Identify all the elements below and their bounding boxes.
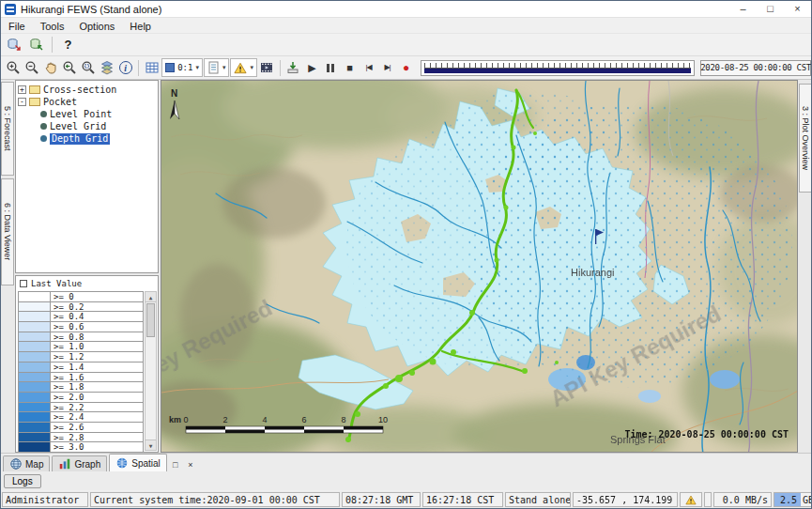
film-icon — [259, 60, 274, 75]
step-begin-button[interactable]: |◀ — [360, 58, 377, 78]
close-panel-button[interactable]: × — [184, 457, 197, 471]
scalebar-tick: 4 — [262, 415, 267, 424]
play-button[interactable]: ▶ — [303, 58, 321, 78]
tab-data-viewer[interactable]: 6 : Data Viewer — [1, 178, 14, 285]
status-warning-cell[interactable] — [680, 492, 702, 507]
expand-icon[interactable]: + — [18, 85, 26, 94]
menu-options[interactable]: Options — [71, 21, 122, 32]
layers-button[interactable] — [98, 58, 115, 78]
map-viewport: API Key Required API Key Required Hikura… — [161, 80, 798, 453]
scalebar-tick: 2 — [222, 415, 227, 424]
legend-label: >= 3.0 — [51, 442, 84, 452]
last-value-checkbox[interactable] — [20, 280, 27, 287]
database-export-button[interactable] — [26, 35, 46, 54]
zoom-out-button[interactable] — [23, 58, 40, 78]
left-tab-strip: 5 : Forecast 6 : Data Viewer — [1, 80, 15, 453]
help-button[interactable]: ? — [58, 35, 78, 54]
scroll-down-icon[interactable]: ▼ — [146, 440, 156, 450]
tab-graph[interactable]: Graph — [52, 455, 107, 471]
scalebar-unit: km — [169, 415, 181, 424]
legend-label: >= 1.0 — [51, 342, 84, 351]
legend-label: >= 2.4 — [51, 412, 84, 422]
menu-tools[interactable]: Tools — [33, 21, 72, 32]
database-import-button[interactable] — [4, 35, 23, 54]
export-timeseries-button[interactable] — [284, 58, 302, 78]
help-icon: ? — [65, 39, 72, 51]
legend-swatch — [19, 403, 51, 412]
grid-display-button[interactable] — [143, 58, 161, 78]
zoom-previous-button[interactable] — [60, 58, 78, 78]
legend-swatch — [19, 292, 51, 301]
grid-scale-combo[interactable]: 0:1 ▾ — [161, 58, 203, 77]
tab-forecast[interactable]: 5 : Forecast — [1, 82, 14, 176]
step-end-button[interactable]: ▶| — [378, 58, 396, 78]
pan-button[interactable] — [41, 58, 59, 78]
app-window: Hikurangi FEWS (Stand alone) – □ × File … — [0, 0, 812, 509]
tab-graph-label: Graph — [74, 459, 100, 470]
tree-item-level-point[interactable]: Level Point — [18, 108, 156, 120]
classification-combo[interactable]: ▾ — [204, 58, 230, 77]
toolbar-separator — [280, 60, 281, 76]
logs-row: Logs — [1, 471, 811, 490]
scrollbar-thumb[interactable] — [146, 303, 155, 337]
stop-button[interactable]: ■ — [341, 58, 359, 78]
tree-item-label: Depth Grid — [50, 133, 110, 145]
tab-plot-overview[interactable]: 3 : Plot Overview — [799, 84, 812, 193]
step-begin-icon: |◀ — [365, 64, 371, 71]
warning-icon — [685, 495, 697, 505]
map-canvas[interactable]: API Key Required API Key Required Hikura… — [161, 81, 798, 453]
legend-swatch — [19, 302, 51, 312]
status-mode: Stand alone — [505, 492, 571, 507]
minimize-button[interactable]: – — [729, 1, 757, 17]
tree-item-label: Pocket — [43, 97, 77, 108]
pause-button[interactable] — [322, 58, 340, 78]
tree-item-cross-section[interactable]: + Cross-section — [18, 84, 156, 96]
tree-item-label: Level Grid — [50, 121, 106, 132]
threshold-combo[interactable]: ▾ — [230, 58, 257, 77]
legend-row: >= 1.4 — [18, 362, 144, 373]
collapse-icon[interactable]: - — [18, 98, 26, 106]
menu-file[interactable]: File — [1, 21, 33, 32]
legend-swatch — [19, 362, 51, 372]
close-button[interactable]: × — [784, 1, 811, 17]
logs-button[interactable]: Logs — [4, 474, 41, 488]
zoom-region-icon — [81, 60, 96, 75]
layer-bullet-icon — [40, 123, 47, 130]
tree-item-level-grid[interactable]: Level Grid — [18, 120, 156, 132]
legend-row: >= 2.0 — [18, 393, 144, 403]
zoom-in-button[interactable] — [4, 58, 22, 78]
zoom-previous-icon — [62, 60, 77, 75]
database-import-icon — [7, 38, 22, 53]
timeline-range-band[interactable] — [424, 69, 691, 73]
window-title: Hikurangi FEWS (Stand alone) — [21, 4, 161, 15]
legend-scrollbar[interactable]: ▲ ▼ — [145, 291, 157, 451]
info-button[interactable]: i — [116, 58, 134, 78]
status-network-rate: 0.0 MB/s — [713, 492, 772, 507]
legend-label: >= 2.2 — [51, 403, 84, 412]
tree-item-depth-grid[interactable]: Depth Grid — [18, 132, 156, 145]
menu-help[interactable]: Help — [122, 21, 159, 32]
legend-row: >= 2.8 — [18, 433, 144, 443]
legend-rows: >= 0 >= 0.2 >= 0.4 >= 0.6 >= 0.8 >= 1.0 … — [18, 291, 144, 451]
float-panel-button[interactable]: □ — [169, 457, 182, 471]
tab-map[interactable]: Map — [3, 455, 50, 471]
animation-button[interactable] — [258, 58, 276, 78]
zoom-region-button[interactable] — [79, 58, 97, 78]
legend-row: >= 0.6 — [18, 322, 144, 332]
legend-swatch — [19, 352, 51, 362]
map-toolbar: i 0:1 ▾ ▾ ▾ ▶ ■ |◀ ▶| ● — [1, 56, 811, 80]
legend-row: >= 0 — [18, 292, 144, 302]
timeline-slider[interactable] — [421, 60, 695, 76]
tab-spatial[interactable]: Spatial — [109, 454, 167, 471]
folder-icon — [29, 98, 40, 106]
scroll-up-icon[interactable]: ▲ — [146, 292, 156, 302]
legend-row: >= 3.0 — [18, 442, 144, 453]
legend-label: >= 1.2 — [51, 352, 84, 362]
left-panel: + Cross-section - Pocket Level Point Lev… — [15, 80, 159, 453]
tree-item-pocket[interactable]: - Pocket — [18, 96, 156, 108]
maximize-button[interactable]: □ — [757, 1, 784, 17]
record-button[interactable]: ● — [397, 58, 415, 78]
grid-icon — [145, 60, 160, 75]
legend-row: >= 0.8 — [18, 332, 144, 343]
globe-icon — [9, 457, 23, 470]
